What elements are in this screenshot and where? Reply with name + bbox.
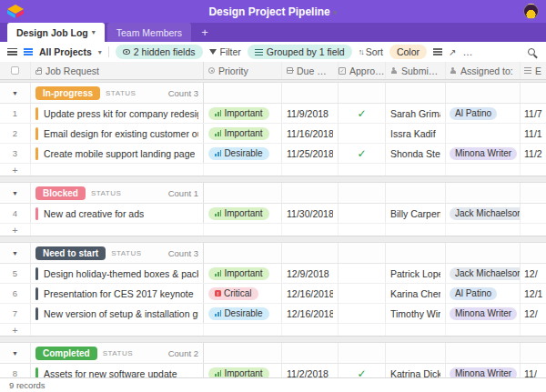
more-options-icon[interactable]: … — [462, 46, 473, 57]
end-date-cell[interactable]: 11/2 — [524, 148, 542, 159]
assignee-pill[interactable]: Al Patino — [450, 107, 497, 120]
hidden-fields-button[interactable]: 2 hidden fields — [116, 45, 203, 59]
submitter-cell[interactable]: Karina Chen — [390, 288, 440, 299]
assignee-pill[interactable]: Jack Michaelson — [450, 267, 521, 280]
search-icon[interactable] — [528, 48, 535, 55]
table-row[interactable]: 6Presentation for CES 2017 keynote!Criti… — [0, 284, 546, 304]
share-icon[interactable]: ↗ — [449, 47, 456, 57]
end-date-cell[interactable]: 11/7 — [524, 108, 542, 119]
row-height-icon[interactable] — [433, 48, 442, 55]
submitter-cell[interactable]: Issra Kadif — [390, 128, 436, 139]
priority-pill[interactable]: Important — [208, 367, 269, 378]
due-date-cell[interactable]: 12/16/2018 — [287, 308, 333, 319]
chevron-down-icon: ▾ — [92, 28, 96, 36]
assignee-pill[interactable]: Minona Writer — [450, 307, 517, 320]
end-date-cell[interactable]: 11/1 — [524, 128, 542, 139]
column-header-due-date[interactable]: Due Date — [282, 62, 339, 79]
color-button[interactable]: Color — [389, 45, 427, 59]
priority-pill[interactable]: Important — [208, 207, 269, 220]
table-row[interactable]: 2Email design for existing customer outr… — [0, 124, 546, 144]
end-date-cell[interactable]: 12/1 — [524, 288, 542, 299]
priority-pill[interactable]: Desirable — [208, 147, 269, 160]
table-row[interactable]: 3Create mobile support landing pageDesir… — [0, 144, 546, 164]
table-row[interactable]: 7New version of setup & installation gui… — [0, 304, 546, 324]
chevron-down-icon[interactable]: ▾ — [98, 48, 102, 56]
airtable-logo-icon[interactable] — [7, 5, 24, 18]
approved-check-icon[interactable]: ✓ — [357, 107, 366, 120]
view-name[interactable]: All Projects — [39, 46, 92, 57]
submitter-cell[interactable]: Katrina Dickson — [390, 368, 440, 378]
due-date-cell[interactable]: 11/25/2018 — [287, 148, 333, 159]
due-date-cell[interactable]: 11/2/2018 — [287, 368, 329, 378]
column-header-end[interactable]: E… — [521, 62, 546, 79]
job-request-cell[interactable]: Email design for existing customer outre… — [44, 128, 198, 139]
assignee-pill[interactable]: Jack Michaelson — [450, 207, 521, 220]
due-date-cell[interactable]: 12/16/2018 — [287, 288, 333, 299]
due-date-cell[interactable]: 11/16/2018 — [287, 128, 333, 139]
filter-button[interactable]: Filter — [209, 46, 241, 57]
column-header-approved[interactable]: ✓Approv… — [339, 62, 386, 79]
group-status-pill[interactable]: Need to start — [35, 246, 106, 260]
approved-check-icon[interactable]: ✓ — [357, 147, 366, 160]
submitter-cell[interactable]: Billy Carpenter — [390, 208, 440, 219]
column-header-job-request[interactable]: Job Request — [31, 62, 204, 79]
base-title[interactable]: Design Project Pipeline ▾ — [0, 5, 546, 18]
job-request-cell[interactable]: Update press kit for company redesign — [44, 108, 198, 119]
column-header-assigned-to[interactable]: Assigned to: — [446, 62, 521, 79]
job-request-cell[interactable]: Presentation for CES 2017 keynote — [44, 288, 194, 299]
row-color-bar — [35, 367, 38, 378]
end-date-cell[interactable]: 12/ — [524, 268, 538, 279]
submitter-cell[interactable]: Shonda Stevens — [390, 148, 440, 159]
table-row[interactable]: 4New ad creative for adsImportant11/30/2… — [0, 204, 546, 224]
menu-icon[interactable] — [7, 48, 17, 55]
job-request-cell[interactable]: New ad creative for ads — [44, 208, 144, 219]
column-header-submitter[interactable]: Submitter — [386, 62, 446, 79]
due-date-cell[interactable]: 11/9/2018 — [287, 108, 329, 119]
priority-pill[interactable]: Desirable — [208, 307, 269, 320]
assignee-pill[interactable]: Minona Writer — [450, 147, 517, 160]
row-number: 7 — [13, 308, 17, 318]
approved-check-icon[interactable]: ✓ — [357, 367, 366, 378]
grid-field-icon — [524, 67, 531, 74]
group-status-pill[interactable]: Blocked — [35, 186, 86, 200]
column-header-priority[interactable]: Priority — [204, 62, 282, 79]
priority-pill[interactable]: Important — [208, 107, 269, 120]
tab-team-members[interactable]: Team Members — [107, 23, 191, 42]
sort-button[interactable]: ↑↓Sort — [359, 46, 383, 57]
priority-pill[interactable]: Important — [208, 127, 269, 140]
assignee-pill[interactable]: Minona Writer — [450, 367, 517, 378]
collapse-group-icon[interactable]: ▼ — [12, 90, 18, 96]
assignee-pill[interactable]: Al Patino — [450, 287, 497, 300]
submitter-cell[interactable]: Patrick Lopez — [390, 268, 440, 279]
select-all-checkbox[interactable] — [0, 62, 31, 79]
avatar[interactable] — [523, 4, 539, 19]
collapse-group-icon[interactable]: ▼ — [12, 250, 18, 256]
group-button[interactable]: Grouped by 1 field — [248, 45, 352, 59]
priority-pill[interactable]: Important — [208, 267, 269, 280]
submitter-cell[interactable]: Timothy Winters — [390, 308, 440, 319]
add-row[interactable]: + — [0, 324, 546, 336]
submitter-cell[interactable]: Sarah Grimaldi — [390, 108, 440, 119]
table-row[interactable]: 8Assets for new software updateImportant… — [0, 364, 546, 377]
job-request-cell[interactable]: Design holiday-themed boxes & packaging — [44, 268, 198, 279]
end-date-cell[interactable]: 12/ — [524, 308, 538, 319]
group-status-pill[interactable]: In-progress — [35, 86, 100, 100]
tab-design-job-log[interactable]: Design Job Log▾ — [7, 23, 105, 42]
priority-pill[interactable]: !Critical — [208, 287, 258, 300]
due-date-cell[interactable]: 12/9/2018 — [287, 268, 329, 279]
add-row[interactable]: + — [0, 164, 546, 176]
end-date-cell[interactable]: 11/ — [524, 368, 537, 378]
table-row[interactable]: 1Update press kit for company redesignIm… — [0, 104, 546, 124]
collapse-group-icon[interactable]: ▼ — [12, 190, 18, 196]
job-request-cell[interactable]: Assets for new software update — [44, 368, 177, 378]
job-request-cell[interactable]: New version of setup & installation guid… — [44, 308, 198, 319]
group-status-pill[interactable]: Completed — [35, 347, 97, 360]
add-table-button[interactable]: + — [194, 23, 216, 42]
table-row[interactable]: 5Design holiday-themed boxes & packaging… — [0, 264, 546, 284]
group-field-label: STATUS — [91, 189, 121, 197]
due-date-cell[interactable]: 11/30/2018 — [287, 208, 333, 219]
add-row[interactable]: + — [0, 224, 546, 236]
job-request-cell[interactable]: Create mobile support landing page — [44, 148, 195, 159]
group-header: ▼BlockedSTATUSCount 1 — [0, 183, 546, 204]
collapse-group-icon[interactable]: ▼ — [12, 350, 18, 357]
